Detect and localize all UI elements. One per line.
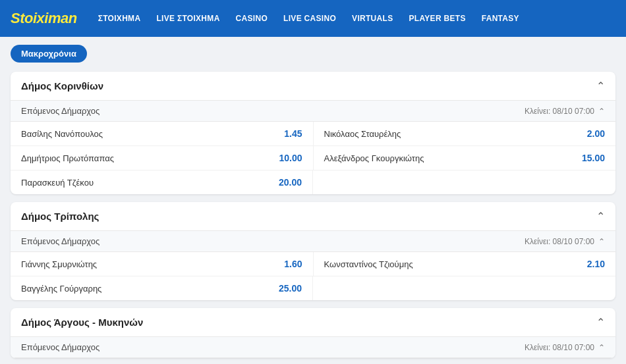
closes-text-korinthion: Κλείνει: 08/10 07:00 [525, 107, 594, 116]
odds-cell-nikolaos[interactable]: Νικόλαος Σταυρέλης 2.00 [314, 122, 616, 145]
odds-cell-giannis[interactable]: Γιάννης Σμυρνιώτης 1.60 [11, 252, 314, 276]
odds-single-row-vaggelis: Βαγγέλης Γούργαρης 25.00 [11, 276, 615, 300]
market-chevron-icon-argous[interactable]: ⌃ [598, 343, 605, 352]
odds-pair-row-1: Βασίλης Νανόπουλος 1.45 Νικόλαος Σταυρέλ… [11, 122, 615, 146]
section-title-korinthion: Δήμος Κορινθίων [21, 80, 103, 91]
odds-single-row-paraskevi: Παρασκευή Τζέκου 20.00 [11, 170, 615, 194]
market-header-korinthion: Επόμενος Δήμαρχος Κλείνει: 08/10 07:00 ⌃ [11, 101, 615, 122]
market-closes-tripolhs: Κλείνει: 08/10 07:00 ⌃ [525, 237, 605, 246]
odds-cell-paraskevi[interactable]: Παρασκευή Τζέκου 20.00 [11, 170, 313, 194]
nav-stoixima[interactable]: ΣΤΟΙΧΗΜΑ [93, 10, 146, 27]
section-header-korinthion: Δήμος Κορινθίων ⌃ [11, 72, 615, 101]
odds-name-konstantinos: Κωνσταντίνος Τζιούμης [324, 259, 413, 269]
market-header-tripolhs: Επόμενος Δήμαρχος Κλείνει: 08/10 07:00 ⌃ [11, 231, 615, 252]
odds-value-vasilhs: 1.45 [284, 128, 302, 139]
nav-live-stoixima[interactable]: LIVE ΣΤΟΙΧΗΜΑ [151, 10, 225, 27]
main-nav: ΣΤΟΙΧΗΜΑ LIVE ΣΤΟΙΧΗΜΑ CASINO LIVE CASIN… [93, 10, 525, 27]
section-header-argous: Δήμος Άργους - Μυκηνών ⌃ [11, 308, 615, 337]
odds-value-alexandros: 15.00 [582, 153, 605, 163]
closes-text-tripolhs: Κλείνει: 08/10 07:00 [525, 237, 594, 246]
odds-pair-row-tripolhs-1: Γιάννης Σμυρνιώτης 1.60 Κωνσταντίνος Τζι… [11, 252, 615, 276]
odds-value-konstantinos: 2.10 [587, 259, 605, 269]
odds-cell-alexandros[interactable]: Αλεξάνδρος Γκουργκιώτης 15.00 [314, 146, 616, 170]
section-korinthion: Δήμος Κορινθίων ⌃ Επόμενος Δήμαρχος Κλεί… [11, 72, 615, 194]
odds-name-vaggelis: Βαγγέλης Γούργαρης [21, 284, 101, 294]
odds-section-korinthion: Βασίλης Νανόπουλος 1.45 Νικόλαος Σταυρέλ… [11, 122, 615, 194]
section-argous: Δήμος Άργους - Μυκηνών ⌃ Επόμενος Δήμαρχ… [11, 308, 615, 358]
collapse-icon-korinthion[interactable]: ⌃ [596, 80, 605, 92]
odds-cell-dimitrios[interactable]: Δημήτριος Πρωτόπαπας 10.00 [11, 146, 314, 170]
market-label-argous: Επόμενος Δήμαρχος [21, 342, 100, 352]
nav-virtuals[interactable]: VIRTUALS [347, 10, 398, 27]
section-title-tripolhs: Δήμος Τρίπολης [21, 211, 99, 222]
section-header-tripolhs: Δήμος Τρίπολης ⌃ [11, 202, 615, 231]
odds-cell-konstantinos[interactable]: Κωνσταντίνος Τζιούμης 2.10 [314, 252, 616, 276]
market-label-tripolhs: Επόμενος Δήμαρχος [21, 236, 100, 246]
logo-text: Stoiximan [11, 10, 77, 26]
odds-name-paraskevi: Παρασκευή Τζέκου [21, 178, 94, 188]
collapse-icon-tripolhs[interactable]: ⌃ [596, 210, 605, 222]
closes-text-argous: Κλείνει: 08/10 07:00 [525, 343, 594, 352]
odds-name-dimitrios: Δημήτριος Πρωτόπαπας [21, 153, 114, 163]
section-title-argous: Δήμος Άργους - Μυκηνών [21, 317, 143, 328]
odds-name-alexandros: Αλεξάνδρος Γκουργκιώτης [324, 153, 424, 163]
collapse-icon-argous[interactable]: ⌃ [596, 316, 605, 328]
market-header-argous: Επόμενος Δήμαρχος Κλείνει: 08/10 07:00 ⌃ [11, 337, 615, 358]
site-header: Stoiximan ΣΤΟΙΧΗΜΑ LIVE ΣΤΟΙΧΗΜΑ CASINO … [0, 0, 626, 37]
odds-pair-row-2: Δημήτριος Πρωτόπαπας 10.00 Αλεξάνδρος Γκ… [11, 146, 615, 170]
odds-name-vasilhs: Βασίλης Νανόπουλος [21, 129, 103, 139]
market-chevron-icon-korinthion[interactable]: ⌃ [598, 107, 605, 116]
odds-cell-vaggelis[interactable]: Βαγγέλης Γούργαρης 25.00 [11, 276, 313, 300]
nav-fantasy[interactable]: FANTASY [476, 10, 525, 27]
odds-value-vaggelis: 25.00 [279, 283, 302, 294]
odds-empty-tripolhs [313, 276, 615, 300]
section-tripolhs: Δήμος Τρίπολης ⌃ Επόμενος Δήμαρχος Κλείν… [11, 202, 615, 300]
odds-value-giannis: 1.60 [284, 259, 302, 269]
market-closes-korinthion: Κλείνει: 08/10 07:00 ⌃ [525, 107, 605, 116]
nav-player-bets[interactable]: PLAYER BETS [403, 10, 470, 27]
odds-section-tripolhs: Γιάννης Σμυρνιώτης 1.60 Κωνσταντίνος Τζι… [11, 252, 615, 300]
odds-value-paraskevi: 20.00 [279, 177, 302, 188]
market-label-korinthion: Επόμενος Δήμαρχος [21, 106, 100, 116]
odds-value-nikolaos: 2.00 [587, 128, 605, 139]
filter-button[interactable]: Μακροχρόνια [11, 45, 87, 63]
main-content: Μακροχρόνια Δήμος Κορινθίων ⌃ Επόμενος Δ… [0, 37, 626, 364]
nav-live-casino[interactable]: LIVE CASINO [278, 10, 341, 27]
site-logo[interactable]: Stoiximan [11, 10, 77, 27]
odds-value-dimitrios: 10.00 [279, 153, 302, 163]
odds-name-giannis: Γιάννης Σμυρνιώτης [21, 259, 97, 269]
odds-empty-korinthion [313, 170, 615, 194]
market-chevron-icon-tripolhs[interactable]: ⌃ [598, 237, 605, 246]
odds-cell-vasilhs[interactable]: Βασίλης Νανόπουλος 1.45 [11, 122, 314, 145]
market-closes-argous: Κλείνει: 08/10 07:00 ⌃ [525, 343, 605, 352]
odds-name-nikolaos: Νικόλαος Σταυρέλης [324, 129, 401, 139]
nav-casino[interactable]: CASINO [231, 10, 273, 27]
